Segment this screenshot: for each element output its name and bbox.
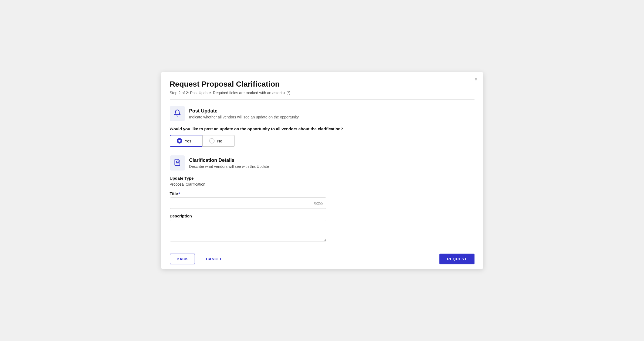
clarification-section-text: Clarification Details Describe what vend… xyxy=(189,158,269,169)
radio-label-no: No xyxy=(217,139,222,143)
modal-title: Request Proposal Clarification xyxy=(170,80,474,88)
title-input[interactable] xyxy=(170,197,326,209)
radio-label-yes: Yes xyxy=(185,139,191,143)
radio-circle-yes xyxy=(177,138,182,144)
request-proposal-clarification-modal: × Request Proposal Clarification Step 2 … xyxy=(161,72,483,269)
description-field-label: Description xyxy=(170,214,474,218)
description-textarea[interactable] xyxy=(170,220,326,241)
post-update-icon-container xyxy=(170,106,185,121)
post-update-section-text: Post Update Indicate whether all vendors… xyxy=(189,108,299,119)
footer-left-actions: BACK CANCEL xyxy=(170,254,229,264)
post-update-description: Indicate whether all vendors will see an… xyxy=(189,115,299,119)
request-button[interactable]: REQUEST xyxy=(439,254,474,264)
clarification-section-header: Clarification Details Describe what vend… xyxy=(170,155,474,170)
clarification-details-section: Clarification Details Describe what vend… xyxy=(170,155,474,243)
title-field-label: Title* xyxy=(170,191,474,196)
modal-subtitle: Step 2 of 2: Post Update. Required field… xyxy=(170,91,474,95)
back-button[interactable]: BACK xyxy=(170,254,195,264)
update-type-value: Proposal Clarification xyxy=(170,182,474,186)
post-update-section-header: Post Update Indicate whether all vendors… xyxy=(170,106,474,121)
cancel-button[interactable]: CANCEL xyxy=(199,254,229,264)
document-icon xyxy=(174,159,181,167)
post-update-title: Post Update xyxy=(189,108,299,114)
radio-option-no[interactable]: No xyxy=(202,135,235,147)
close-button[interactable]: × xyxy=(474,77,478,82)
clarification-title: Clarification Details xyxy=(189,158,269,163)
post-update-question: Would you like to post an update on the … xyxy=(170,127,474,131)
post-update-radio-group: Yes No xyxy=(170,135,474,147)
clarification-icon-container xyxy=(170,155,185,170)
modal-header: Request Proposal Clarification Step 2 of… xyxy=(161,72,483,99)
bell-icon xyxy=(174,109,181,118)
radio-option-yes[interactable]: Yes xyxy=(170,135,202,147)
title-required-indicator: * xyxy=(178,191,180,196)
clarification-description: Describe what vendors will see with this… xyxy=(189,164,269,169)
modal-body: Post Update Indicate whether all vendors… xyxy=(161,100,483,249)
radio-circle-no xyxy=(209,138,215,144)
modal-footer: BACK CANCEL REQUEST xyxy=(161,249,483,269)
title-input-container: 0/255 xyxy=(170,197,326,209)
update-type-label: Update Type xyxy=(170,176,474,180)
